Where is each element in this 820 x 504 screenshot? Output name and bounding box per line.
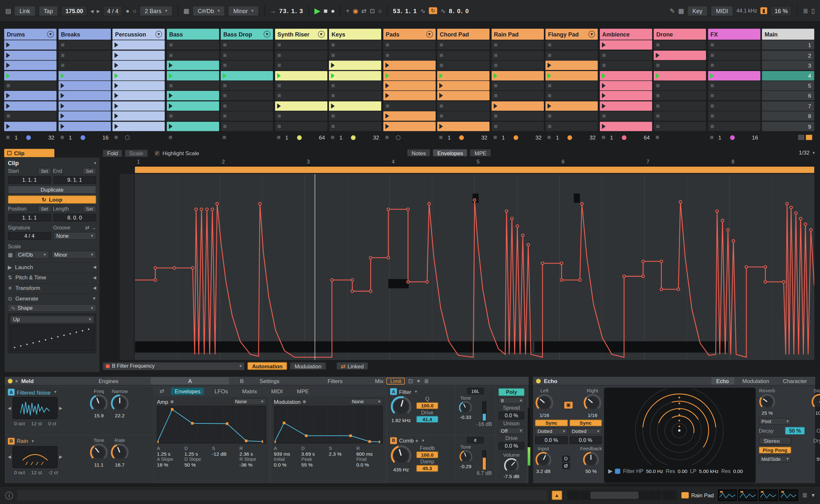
clip-slot-empty[interactable] xyxy=(329,91,381,100)
device-on-toggle[interactable] xyxy=(8,379,12,383)
scrollbar-handle[interactable] xyxy=(590,492,639,499)
link-button[interactable]: Link xyxy=(14,5,36,16)
clip-slot-empty[interactable] xyxy=(329,81,381,90)
clip-slot-empty[interactable] xyxy=(545,122,598,131)
time-signature-field[interactable]: 4 / 4 xyxy=(103,5,123,16)
stereo-link-icon[interactable]: ▣ xyxy=(564,402,573,408)
narrow-knob[interactable]: Narrow22.2 xyxy=(110,388,129,419)
knob-dial[interactable] xyxy=(535,393,554,412)
knob-value[interactable]: -0.29 xyxy=(460,463,471,469)
track-header[interactable]: Chord Pad xyxy=(437,29,489,40)
filter-b-feedback-field[interactable]: 100.0 xyxy=(416,451,438,458)
draw-mode-icon[interactable]: ✎ xyxy=(670,8,675,14)
clip[interactable] xyxy=(275,101,327,110)
clip-play-icon[interactable] xyxy=(115,83,118,88)
track-header[interactable]: Pads▾ xyxy=(383,29,435,40)
device-on-toggle[interactable] xyxy=(536,379,541,383)
amp-mode-select[interactable]: None▾ xyxy=(233,398,266,405)
scale-fold-button[interactable]: Scale xyxy=(125,149,148,157)
d-slope-field[interactable]: 50 % xyxy=(184,462,211,468)
tone-knob[interactable]: Tone11.1 xyxy=(89,437,108,468)
clip[interactable] xyxy=(58,91,110,100)
scene-slot[interactable]: 6 xyxy=(762,91,814,100)
track-stop-button[interactable] xyxy=(6,136,10,139)
clip-play-icon[interactable] xyxy=(115,113,118,118)
clip[interactable] xyxy=(329,61,381,70)
track-stop-button[interactable] xyxy=(656,136,659,139)
clip-play-icon[interactable] xyxy=(493,103,497,108)
track-stop-button[interactable] xyxy=(169,136,172,139)
fold-button[interactable]: Fold xyxy=(102,149,123,157)
clip[interactable] xyxy=(599,40,652,50)
clip-play-icon[interactable] xyxy=(6,63,10,68)
lp-res-field[interactable]: 0.00 xyxy=(733,468,743,474)
clip-playing[interactable] xyxy=(112,71,165,80)
amp-envelope-graph[interactable] xyxy=(157,406,266,444)
clip[interactable] xyxy=(112,40,165,50)
follow-icon[interactable]: → xyxy=(270,8,276,14)
clip-slot-empty[interactable] xyxy=(4,111,56,121)
scene-slot[interactable]: 1 xyxy=(762,40,814,50)
limit-button[interactable]: Limit xyxy=(387,378,405,384)
clip[interactable] xyxy=(599,81,652,90)
list-icon[interactable]: ≣ xyxy=(424,378,429,384)
add-track-icon[interactable]: + xyxy=(346,8,350,14)
clip-play-icon[interactable] xyxy=(60,83,64,88)
session-record-icon[interactable]: ○ xyxy=(378,8,382,14)
clip-scale-root-select[interactable]: C#/Db▾ xyxy=(15,251,49,259)
clip-playing[interactable] xyxy=(383,71,435,80)
clip-play-icon[interactable] xyxy=(115,73,118,78)
clip[interactable] xyxy=(4,51,56,60)
linked-button[interactable]: ⇄ Linked xyxy=(336,362,368,370)
clip-slot-empty[interactable] xyxy=(545,40,598,50)
clip-play-icon[interactable] xyxy=(331,73,334,78)
track-header[interactable]: Drums▾ xyxy=(4,29,56,40)
clip-slot-empty[interactable] xyxy=(221,81,273,90)
clip[interactable] xyxy=(4,91,56,100)
clip-play-icon[interactable] xyxy=(547,103,551,108)
clip[interactable] xyxy=(599,101,652,110)
clip[interactable] xyxy=(166,91,219,100)
semitone-field[interactable]: 12 st xyxy=(31,420,42,426)
clip-slot-empty[interactable] xyxy=(708,122,760,131)
device-thumbnail[interactable] xyxy=(779,490,798,501)
cent-field[interactable]: -2 ct xyxy=(48,469,58,475)
groove-amount-icon[interactable]: ● xyxy=(125,8,129,14)
punch-in-icon[interactable]: ∿ xyxy=(420,8,425,14)
track-stop-button[interactable] xyxy=(385,136,388,139)
midi-map-button[interactable]: MIDI xyxy=(711,5,734,16)
filter-b-level-value[interactable]: 6.7 dB xyxy=(477,470,492,476)
loop-position-field[interactable]: 1. 1. 1 xyxy=(8,214,51,221)
clip[interactable] xyxy=(4,101,56,110)
clip-playing[interactable] xyxy=(708,71,760,80)
clip-slot-empty[interactable] xyxy=(708,40,760,50)
clip-play-icon[interactable] xyxy=(385,63,389,68)
tab-lfos[interactable]: LFOs xyxy=(211,388,232,395)
hp-freq-field[interactable]: 50.0 Hz xyxy=(646,468,663,474)
decay-field[interactable]: 50 % xyxy=(785,427,805,435)
play-button[interactable]: ▶ xyxy=(315,7,321,14)
prev-variant-icon[interactable]: ◀ xyxy=(8,406,11,411)
filter-a-drive-field[interactable]: 41.4 xyxy=(416,416,438,423)
filter-a-slope-select[interactable]: 16L xyxy=(467,388,484,394)
knob-dial[interactable] xyxy=(583,452,599,468)
clip-slot-empty[interactable] xyxy=(383,101,435,110)
initial-field[interactable]: 0.0 % xyxy=(274,462,301,468)
clip-playing[interactable] xyxy=(491,71,543,80)
knob-dial[interactable] xyxy=(503,458,519,473)
device-activator-button[interactable]: ▲ xyxy=(551,491,562,500)
tab-matrix[interactable]: Matrix xyxy=(238,388,261,395)
filter-a-type-select[interactable]: Filter xyxy=(399,388,411,395)
clip-slot-empty[interactable] xyxy=(491,81,543,90)
clip-slot-empty[interactable] xyxy=(58,51,110,60)
knob-value[interactable]: 1.82 kHz xyxy=(391,417,411,423)
track-stop-button[interactable] xyxy=(277,136,280,139)
mod-mode-select[interactable]: None▾ xyxy=(350,398,383,405)
reverb-position-select[interactable]: Post▾ xyxy=(759,418,791,425)
phase-button[interactable]: Ø xyxy=(562,463,569,469)
scene-slot[interactable]: 8 xyxy=(762,111,814,121)
star-icon[interactable]: ✦ xyxy=(416,378,421,384)
clip-play-icon[interactable] xyxy=(223,73,227,78)
filter-b-damp-field[interactable]: 45.3 xyxy=(416,465,438,471)
loop-button[interactable]: ↻ Loop xyxy=(8,196,96,204)
